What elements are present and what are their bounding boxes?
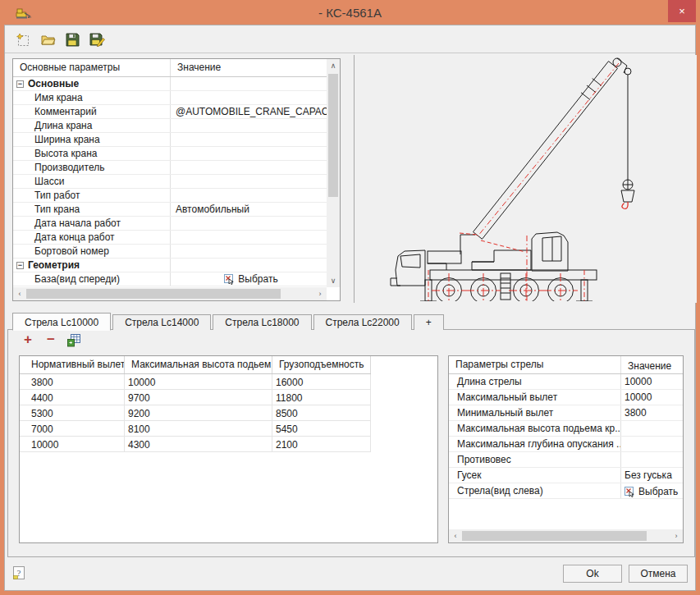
property-value-field[interactable]: Автомобильный [171,203,327,216]
row-toolbar: + − [21,332,81,347]
property-group-row[interactable]: −Основные [13,77,327,91]
property-row[interactable]: Комментарий @AUTOMOBILE_CRANE_CAPACITY; [13,105,327,119]
param-value-field[interactable]: 10000 [621,374,683,389]
property-value-field[interactable] [171,217,327,230]
crane-preview-panel [354,55,697,303]
boom-params-panel: Параметры стрелы Значение Длина стрелы 1… [448,355,684,543]
property-row[interactable]: Дата конца работ [13,231,327,245]
property-value-field[interactable] [171,189,327,202]
scrollbar-thumb[interactable] [328,74,338,197]
pick-base-image-button[interactable]: Выбрать [224,272,277,286]
horizontal-scrollbar[interactable]: ‹ › [13,287,327,300]
dialog-window: - КС-4561А × [0,0,700,595]
scroll-right-arrow[interactable]: › [670,529,683,542]
save-as-button[interactable] [88,30,106,48]
pick-boom-image-button[interactable]: Выбрать [625,484,683,498]
param-value-field[interactable] [621,421,683,436]
property-row[interactable]: Производитель [13,161,327,175]
property-row[interactable]: Высота крана [13,147,327,161]
property-value-field[interactable] [171,161,327,174]
property-row[interactable]: База(вид спереди) Выбрать [13,272,327,286]
column-header-boom-params[interactable]: Параметры стрелы [449,356,621,373]
param-row[interactable]: Максимальная глубина опускания ... [449,437,683,452]
tab-boom-lc22000[interactable]: Стрела Lc22000 [313,314,412,330]
property-row[interactable]: Бортовой номер [13,245,327,259]
table-row[interactable]: 10000 4300 2100 [20,437,371,452]
file-toolbar [14,30,106,50]
param-value-field[interactable] [621,437,683,451]
column-header-parameters[interactable]: Основные параметры [13,59,171,76]
column-header-capacity[interactable]: Грузоподъемность [272,356,371,373]
param-row[interactable]: Гусек Без гуська [449,468,683,483]
scroll-left-arrow[interactable]: ‹ [449,529,462,542]
property-value-field[interactable]: @AUTOMOBILE_CRANE_CAPACITY; [171,105,327,118]
param-value-field[interactable]: Без гуська [621,468,683,483]
close-button[interactable]: × [668,0,696,22]
remove-row-button[interactable]: − [43,332,58,347]
param-row[interactable]: Максимальный вылет 10000 [449,390,683,405]
table-row[interactable]: 7000 8100 5450 [20,421,371,437]
boom-tabs: Стрела Lc10000 Стрела Lc14000 Стрела Lc1… [12,312,446,330]
property-value-field[interactable] [171,91,327,104]
load-chart-header: Нормативный вылет Максимальная высота по… [20,356,371,374]
param-row[interactable]: Противовес [449,452,683,468]
scroll-up-arrow[interactable]: ∧ [327,59,340,72]
add-row-button[interactable]: + [21,332,35,347]
boom-params-header: Параметры стрелы Значение [449,356,683,374]
table-row[interactable]: 4400 9700 11800 [20,390,371,405]
param-value-field[interactable]: 3800 [621,405,683,420]
param-row[interactable]: Стрела(вид слева) Выбрать [449,483,683,499]
collapse-icon[interactable]: − [16,80,24,88]
param-value-field[interactable] [621,452,683,467]
tab-boom-lc10000[interactable]: Стрела Lc10000 [12,313,111,331]
group-label: Основные [28,77,79,90]
crane-drawing [355,55,696,301]
column-header-max-height[interactable]: Максимальная высота подьем... [125,356,272,373]
property-row[interactable]: Ширина крана [13,133,327,147]
param-row[interactable]: Минимальный вылет 3800 [449,405,683,421]
tab-add-boom[interactable]: + [414,314,444,330]
property-row[interactable]: Тип работ [13,189,327,203]
collapse-icon[interactable]: − [16,262,24,269]
param-row[interactable]: Длина стрелы 10000 [449,374,683,390]
scrollbar-thumb[interactable] [26,289,281,299]
tab-boom-lc18000[interactable]: Стрела Lc18000 [213,314,311,330]
property-value-field[interactable] [171,245,327,258]
column-header-value[interactable]: Значение [171,59,327,76]
column-header-outreach[interactable]: Нормативный вылет [20,356,125,373]
vertical-scrollbar[interactable]: ∧ ∨ [327,59,340,287]
horizontal-scrollbar[interactable]: ‹ › [449,529,683,542]
property-value-field[interactable] [171,133,327,146]
import-table-button[interactable] [66,332,81,347]
property-row[interactable]: Имя крана [13,91,327,105]
cancel-button[interactable]: Отмена [629,565,688,583]
property-group-row[interactable]: −Геометрия [13,259,327,272]
property-row[interactable]: Шасси [13,175,327,189]
scroll-left-arrow[interactable]: ‹ [13,287,26,300]
scroll-right-arrow[interactable]: › [313,287,327,300]
property-row[interactable]: Дата начала работ [13,217,327,231]
help-button[interactable]: ? [12,565,26,581]
property-value-field[interactable] [171,147,327,160]
load-chart-table: Нормативный вылет Максимальная высота по… [19,355,438,543]
property-value-field[interactable] [171,175,327,188]
property-value-field[interactable] [171,119,327,132]
column-header-value[interactable]: Значение [621,356,683,373]
property-row[interactable]: Длина крана [13,119,327,133]
table-row[interactable]: 3800 10000 16000 [20,374,371,390]
tab-boom-lc14000[interactable]: Стрела Lc14000 [112,314,211,330]
scroll-down-arrow[interactable]: ∨ [327,274,340,287]
param-value-field[interactable]: 10000 [621,390,683,405]
ok-button[interactable]: Ok [563,565,622,583]
property-row[interactable]: Тип крана Автомобильный [13,203,327,217]
image-placeholder-icon [625,487,635,497]
titlebar[interactable]: - КС-4561А × [0,0,700,25]
scrollbar-thumb[interactable] [462,531,647,541]
window-title: - КС-4561А [0,6,700,20]
table-row[interactable]: 5300 9200 8500 [20,405,371,421]
open-file-button[interactable] [39,30,57,48]
property-value-field[interactable] [171,231,327,244]
param-row[interactable]: Максимальная высота подьема кр... [449,421,683,437]
new-file-button[interactable] [14,30,32,48]
save-button[interactable] [63,30,81,48]
